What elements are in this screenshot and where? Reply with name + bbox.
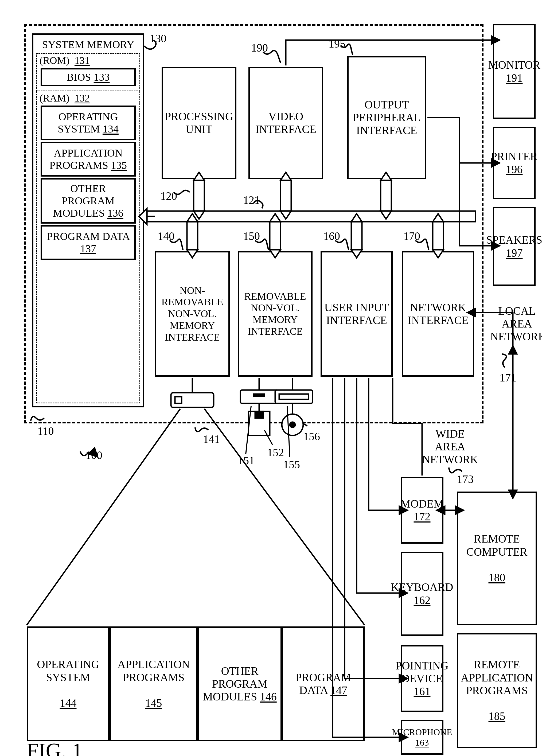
svg-marker-27 — [509, 346, 517, 354]
svg-line-52 — [264, 430, 272, 445]
ref-121: 121 — [243, 194, 260, 206]
os-ram-box: OPERATING SYSTEM 134 — [41, 106, 136, 140]
data-ram-box: PROGRAM DATA 137 — [41, 225, 136, 260]
ref-140: 140 — [158, 230, 174, 243]
ref-155: 155 — [283, 458, 300, 471]
lan-label: LOCAL AREA NETWORK — [490, 305, 542, 343]
figure-label: FIG. 1 — [27, 739, 83, 756]
apps-hdd-box: APPLICATION PROGRAMS145 — [110, 626, 198, 741]
ref-171: 171 — [500, 371, 516, 384]
mods-hdd-box: OTHERPROGRAMMODULES 146 — [198, 626, 282, 741]
rom-label: (ROM) — [40, 55, 69, 66]
ref-110: 110 — [37, 425, 54, 438]
ref-195: 195 — [329, 37, 345, 50]
ref-160: 160 — [323, 230, 340, 243]
network-interface-box: NETWORK INTERFACE — [402, 251, 474, 377]
svg-line-49 — [27, 409, 180, 625]
data-hdd-box: PROGRAMDATA 147 — [282, 626, 365, 741]
apps-ram-box: APPLICATION PROGRAMS 135 — [41, 142, 136, 177]
ref-150: 150 — [243, 230, 260, 243]
ref-170: 170 — [403, 230, 420, 243]
speakers-box: SPEAKERS197 — [493, 207, 536, 286]
pointing-device-box: POINTING DEVICE161 — [401, 645, 443, 712]
ref-156: 156 — [303, 430, 320, 443]
ref-173: 173 — [457, 473, 474, 486]
ref-130: 130 — [150, 32, 166, 45]
svg-line-50 — [204, 409, 365, 625]
removable-memory-interface-box: REMOVABLENON-VOL.MEMORYINTERFACE — [238, 251, 313, 377]
processing-unit-box: PROCESSING UNIT — [162, 67, 236, 179]
ref-152: 152 — [267, 446, 284, 459]
system-memory-box: SYSTEM MEMORY (ROM) 131 BIOS 133 (RAM) 1… — [32, 33, 144, 407]
video-interface-box: VIDEO INTERFACE — [248, 67, 323, 179]
ref-120: 120 — [160, 190, 177, 202]
ref-190: 190 — [251, 41, 268, 54]
ram-label: (RAM) — [40, 92, 69, 104]
ram-ref: 132 — [75, 92, 90, 104]
mods-ram-box: OTHER PROGRAM MODULES 136 — [41, 178, 136, 224]
output-peripheral-interface-box: OUTPUT PERIPHERAL INTERFACE — [347, 56, 426, 179]
sys-mem-label: SYSTEM MEMORY — [42, 38, 134, 50]
ref-141: 141 — [203, 433, 220, 446]
printer-box: PRINTER196 — [493, 127, 536, 199]
monitor-box: MONITOR191 — [493, 24, 536, 119]
ref-151: 151 — [238, 454, 255, 467]
ref-100: 100 — [85, 449, 102, 462]
rom-ref: 131 — [75, 55, 90, 66]
microphone-box: MICROPHONE163 — [401, 720, 443, 755]
modem-box: MODEM172 — [401, 477, 443, 544]
remote-apps-box: REMOTE APPLICATION PROGRAMS185 — [457, 633, 537, 748]
wan-label: WIDE AREANETWORK — [421, 427, 479, 466]
remote-computer-box: REMOTE COMPUTER180 — [457, 492, 537, 625]
user-input-interface-box: USER INPUT INTERFACE — [321, 251, 393, 377]
keyboard-box: KEYBOARD162 — [401, 552, 443, 636]
os-hdd-box: OPERATING SYSTEM144 — [27, 626, 110, 741]
diagram-canvas: SYSTEM MEMORY (ROM) 131 BIOS 133 (RAM) 1… — [5, 5, 542, 756]
bios-box: BIOS 133 — [41, 68, 136, 86]
nonremovable-memory-interface-box: NON-REMOVABLENON-VOL.MEMORYINTERFACE — [155, 251, 230, 377]
